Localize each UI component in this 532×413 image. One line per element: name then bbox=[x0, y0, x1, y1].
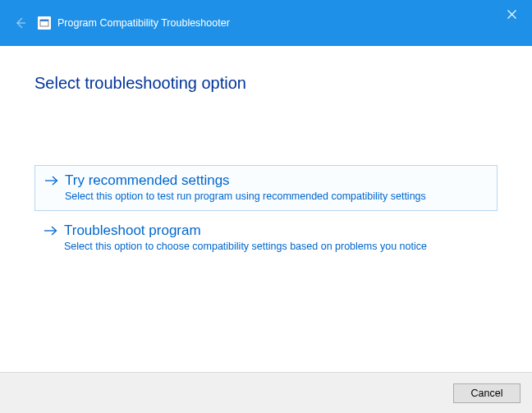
option-try-recommended[interactable]: Try recommended settings Select this opt… bbox=[34, 165, 498, 211]
option-description: Select this option to choose compatibili… bbox=[64, 241, 489, 252]
back-arrow-icon bbox=[11, 14, 30, 32]
close-button[interactable] bbox=[496, 5, 527, 23]
app-icon bbox=[38, 16, 51, 30]
svg-rect-2 bbox=[40, 20, 48, 21]
option-title-row: Troubleshoot program bbox=[43, 223, 489, 239]
cancel-button[interactable]: Cancel bbox=[453, 383, 521, 403]
page-heading: Select troubleshooting option bbox=[34, 74, 498, 93]
wizard-footer: Cancel bbox=[0, 372, 532, 413]
option-description: Select this option to test run program u… bbox=[65, 190, 488, 202]
window-title: Program Compatibility Troubleshooter bbox=[57, 17, 230, 29]
titlebar: Program Compatibility Troubleshooter bbox=[0, 0, 532, 46]
option-title-text: Troubleshoot program bbox=[64, 223, 201, 239]
option-title-row: Try recommended settings bbox=[44, 172, 488, 189]
arrow-right-icon bbox=[43, 223, 59, 239]
option-troubleshoot-program[interactable]: Troubleshoot program Select this option … bbox=[34, 216, 498, 260]
arrow-right-icon bbox=[44, 172, 60, 189]
option-title-text: Try recommended settings bbox=[65, 172, 230, 189]
wizard-content: Select troubleshooting option Try recomm… bbox=[0, 46, 532, 372]
